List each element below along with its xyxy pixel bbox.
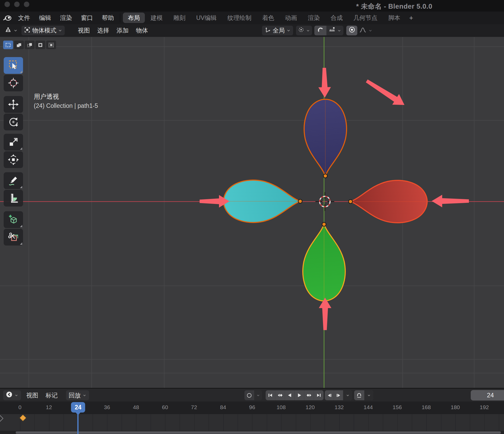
playhead-badge[interactable]: 24	[71, 402, 85, 413]
scene-canvas	[0, 37, 504, 388]
play-reverse-button[interactable]	[285, 390, 295, 400]
jump-to-start-button[interactable]	[266, 390, 275, 400]
workspace-tab-建模[interactable]: 建模	[146, 13, 168, 23]
active-object-overlay: (24) Collection | path1-5	[34, 102, 98, 109]
object-origin-dot[interactable]	[322, 222, 326, 226]
tweak-select-tool[interactable]	[4, 57, 23, 74]
add-workspace-button[interactable]: +	[406, 13, 416, 23]
annotate-tool[interactable]	[4, 172, 23, 189]
viewport-menu-添加[interactable]: 添加	[113, 26, 132, 35]
jump-to-end-button[interactable]	[314, 390, 324, 400]
workspace-tab-着色[interactable]: 着色	[257, 13, 279, 23]
blender-logo-icon[interactable]	[3, 13, 12, 23]
select-subtract-button[interactable]	[25, 41, 35, 49]
orientation-dropdown[interactable]: 全局	[262, 26, 293, 35]
track-gridline	[267, 414, 267, 431]
select-difference-button[interactable]	[35, 41, 45, 49]
object-mode-icon	[24, 26, 31, 35]
menu-窗口[interactable]: 窗口	[76, 12, 97, 24]
auto-keyframe-dropdown[interactable]	[254, 390, 262, 400]
editor-type-dropdown[interactable]	[2, 26, 20, 35]
chevron-down-icon	[306, 29, 310, 33]
viewport-menu-物体[interactable]: 物体	[132, 26, 152, 35]
timeline-snap-toggle[interactable]	[354, 390, 364, 400]
orientation-icon	[264, 26, 271, 35]
auto-keyframe-toggle[interactable]	[244, 390, 254, 400]
track-gridline	[194, 414, 195, 431]
close-window-button[interactable]	[4, 2, 10, 7]
falloff-dropdown[interactable]	[358, 26, 374, 35]
timeline-editor-type-dropdown[interactable]	[3, 390, 21, 400]
timeline-scrollbar[interactable]	[16, 431, 501, 434]
transform-icon	[7, 154, 19, 166]
blender-window: * 未命名 - Blender 5.0.0 文件编辑渲染窗口帮助 布局建模雕刻U…	[0, 0, 504, 434]
workspace-tab-UV编辑[interactable]: UV编辑	[191, 13, 222, 23]
workspace-tab-渲染[interactable]: 渲染	[303, 13, 325, 23]
viewport-3d[interactable]: 用户透视 (24) Collection | path1-5	[0, 37, 504, 388]
workspace-tab-动画[interactable]: 动画	[280, 13, 302, 23]
previous-keyframe-icon	[277, 392, 283, 398]
step-forward-icon	[336, 392, 342, 398]
window-title: * 未命名 - Blender 5.0.0	[314, 2, 474, 11]
minimize-window-button[interactable]	[14, 2, 20, 7]
select-extend-button[interactable]	[14, 41, 24, 49]
menu-帮助[interactable]: 帮助	[97, 12, 118, 24]
select-intersect-button[interactable]	[46, 41, 56, 49]
object-origin-dot[interactable]	[298, 199, 302, 203]
scissors-trim-tool[interactable]	[4, 229, 23, 246]
playhead-line[interactable]	[77, 413, 79, 434]
viewport-menu-视图[interactable]: 视图	[74, 26, 94, 35]
object-origin-dot[interactable]	[324, 174, 327, 178]
step-back-button[interactable]	[325, 390, 334, 400]
timeline-menu-标记[interactable]: 标记	[42, 390, 61, 400]
step-forward-button[interactable]	[334, 390, 343, 400]
transform-tool[interactable]	[4, 151, 23, 168]
menu-编辑[interactable]: 编辑	[35, 12, 56, 24]
previous-keyframe-button[interactable]	[275, 390, 285, 400]
chevron-down-icon	[286, 28, 291, 33]
petal-top[interactable]	[304, 99, 347, 176]
petal-right[interactable]	[350, 180, 427, 223]
pivot-point-dropdown[interactable]	[296, 26, 312, 35]
add-cube-tool[interactable]	[4, 211, 23, 228]
workspace-tab-合成[interactable]: 合成	[326, 13, 348, 23]
frame-range-dropdown[interactable]	[343, 390, 352, 400]
play-button[interactable]	[295, 390, 304, 400]
select-set-button[interactable]	[3, 41, 13, 49]
menu-文件[interactable]: 文件	[14, 12, 35, 24]
scale-icon	[7, 136, 19, 148]
cursor-tool[interactable]	[4, 75, 23, 91]
ruler-label-180: 180	[451, 404, 460, 410]
mode-dropdown[interactable]: 物体模式	[21, 26, 65, 35]
proportional-edit-toggle[interactable]	[346, 26, 357, 35]
next-keyframe-button[interactable]	[304, 390, 314, 400]
snap-target-dropdown[interactable]	[326, 26, 343, 35]
ruler-label-84: 84	[220, 404, 226, 410]
menu-渲染[interactable]: 渲染	[56, 12, 76, 24]
petal-bottom[interactable]	[303, 224, 345, 301]
track-gridline	[49, 414, 50, 431]
next-keyframe-icon	[306, 392, 312, 398]
workspace-tab-几何节点[interactable]: 几何节点	[348, 13, 382, 23]
track-gridline	[296, 414, 296, 431]
playback-dropdown[interactable]: 回放	[66, 390, 89, 400]
current-frame-field[interactable]: 24	[471, 390, 504, 400]
scale-tool[interactable]	[4, 134, 23, 151]
viewport-menu-选择[interactable]: 选择	[94, 26, 113, 35]
workspace-tab-雕刻[interactable]: 雕刻	[168, 13, 190, 23]
track-gridline	[92, 414, 93, 431]
petal-left[interactable]	[223, 180, 300, 222]
annotate-icon	[7, 175, 19, 187]
timeline-menu-视图[interactable]: 视图	[23, 390, 41, 400]
snap-toggle-button[interactable]	[314, 26, 326, 35]
rotate-tool[interactable]	[4, 114, 23, 130]
timeline-tracks[interactable]	[0, 414, 504, 431]
workspace-tab-纹理绘制[interactable]: 纹理绘制	[222, 13, 256, 23]
zoom-window-button[interactable]	[24, 2, 29, 7]
workspace-tab-脚本[interactable]: 脚本	[383, 13, 405, 23]
move-tool[interactable]	[4, 96, 23, 113]
object-origin-dot[interactable]	[349, 200, 353, 204]
timeline-snap-dropdown[interactable]	[364, 390, 373, 400]
workspace-tab-布局[interactable]: 布局	[123, 13, 145, 23]
measure-tool[interactable]	[4, 190, 23, 207]
